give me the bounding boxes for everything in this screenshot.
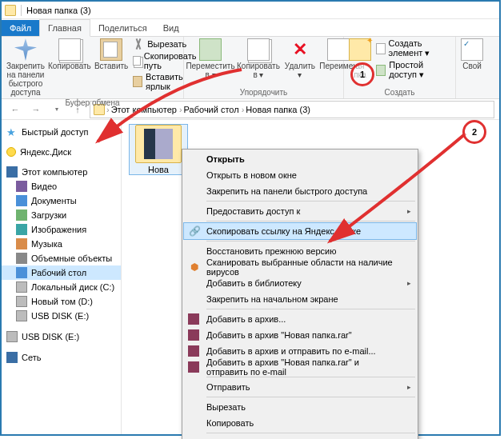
context-menu-item[interactable]: Восстановить прежнюю версию xyxy=(184,243,416,259)
sidebar-item-usb-e2[interactable]: USB DISK (E:) xyxy=(2,329,121,344)
sidebar-network[interactable]: Сеть xyxy=(2,350,121,365)
pc-icon xyxy=(6,166,18,178)
context-menu-item[interactable]: Копировать xyxy=(184,415,416,431)
label: Яндекс.Диск xyxy=(20,147,71,157)
tab-home[interactable]: Главная xyxy=(39,19,90,37)
context-menu-item[interactable]: Вырезать xyxy=(184,399,416,415)
folder-icon xyxy=(5,5,16,16)
cut-label: Вырезать xyxy=(147,39,186,49)
context-menu-item[interactable]: Добавить в архив... xyxy=(184,311,416,327)
cut-icon xyxy=(133,38,144,50)
context-menu-item[interactable]: Создать ярлык xyxy=(184,435,416,439)
rar-icon xyxy=(188,313,199,325)
context-separator xyxy=(206,377,415,377)
breadcrumb[interactable]: Рабочий стол› xyxy=(184,105,245,114)
sidebar-item-desktop[interactable]: Рабочий стол xyxy=(2,265,121,280)
separator xyxy=(21,5,22,16)
context-menu-label: Скопировать ссылку на Яндекс.Диске xyxy=(206,226,361,236)
titlebar: Новая папка (3) xyxy=(2,2,499,19)
label: USB DISK (E:) xyxy=(22,332,79,341)
paste-button[interactable]: Вставить xyxy=(94,38,128,70)
context-menu-item[interactable]: Добавить в архив "Новая папка.rar" и отп… xyxy=(184,359,416,375)
tab-view[interactable]: Вид xyxy=(155,20,187,36)
newfolder-button[interactable]: ая пка xyxy=(349,38,371,79)
pin-icon xyxy=(14,38,37,61)
folder-item[interactable]: Нова xyxy=(130,125,187,174)
context-menu-item[interactable]: Отправить xyxy=(184,379,416,395)
crumb-label: Рабочий стол xyxy=(184,105,239,114)
3d-icon xyxy=(16,253,27,264)
tab-share[interactable]: Поделиться xyxy=(90,20,155,36)
delete-label: Удалить ▾ xyxy=(285,62,315,79)
tab-file[interactable]: Файл xyxy=(2,20,39,36)
rar-icon xyxy=(188,329,199,341)
context-menu-item[interactable]: 🔗Скопировать ссылку на Яндекс.Диске xyxy=(184,223,416,239)
context-menu-item[interactable]: Предоставить доступ к xyxy=(184,203,416,219)
downloads-icon xyxy=(16,210,27,221)
sidebar-item-drive-d[interactable]: Новый том (D:) xyxy=(2,294,121,309)
context-menu-item[interactable]: Открыть xyxy=(184,151,416,167)
label: Новый том (D:) xyxy=(31,297,93,306)
sidebar-item-drive-c[interactable]: Локальный диск (C:) xyxy=(2,280,121,294)
copy-button[interactable]: Копировать xyxy=(50,38,90,70)
newfolder-icon xyxy=(349,38,371,61)
label: Документы xyxy=(31,196,77,206)
context-menu-label: Восстановить прежнюю версию xyxy=(206,246,336,256)
moveto-label: Переместить в ▾ xyxy=(186,62,234,79)
link-icon: 🔗 xyxy=(188,225,201,237)
sidebar-yadisk[interactable]: Яндекс.Диск xyxy=(2,146,121,158)
label: Быстрый доступ xyxy=(22,127,89,137)
context-menu-item[interactable]: Добавить в архив и отправить по e-mail..… xyxy=(184,343,416,359)
context-menu-item[interactable]: Добавить в архив "Новая папка.rar" xyxy=(184,327,416,343)
sidebar-item-3d[interactable]: Объемные объекты xyxy=(2,251,121,265)
breadcrumb[interactable]: Новая папка (3) xyxy=(246,105,310,114)
context-menu-item[interactable]: Закрепить на панели быстрого доступа xyxy=(184,183,416,199)
sidebar-thispc[interactable]: Этот компьютер xyxy=(2,165,121,179)
context-menu-label: Отправить xyxy=(206,382,250,392)
context-menu-label: Добавить в архив "Новая папка.rar" и отп… xyxy=(206,357,402,377)
newitem-label: Создать элемент ▾ xyxy=(389,38,450,58)
pin-label: Закрепить на панели быстрого доступа xyxy=(6,62,45,97)
delete-button[interactable]: ✕Удалить ▾ xyxy=(285,38,315,79)
copyto-button[interactable]: Копировать в ▾ xyxy=(237,38,280,79)
shield-icon: ⬢ xyxy=(188,261,201,273)
label: Загрузки xyxy=(31,210,66,220)
newfolder-label: ая пка xyxy=(349,62,371,79)
context-menu-label: Вырезать xyxy=(206,402,246,412)
pin-quickaccess-button[interactable]: Закрепить на панели быстрого доступа xyxy=(6,38,45,97)
context-menu-item[interactable]: Добавить в библиотеку xyxy=(184,275,416,291)
context-menu-item[interactable]: Открыть в новом окне xyxy=(184,167,416,183)
properties-label: Свой xyxy=(462,62,482,70)
moveto-button[interactable]: Переместить в ▾ xyxy=(189,38,232,79)
yadisk-icon xyxy=(6,147,16,157)
label: Видео xyxy=(31,182,57,191)
label: Изображения xyxy=(31,225,86,234)
sidebar-item-video[interactable]: Видео xyxy=(2,179,121,194)
properties-button[interactable]: Свой xyxy=(461,38,483,70)
easyaccess-button[interactable]: Простой доступ ▾ xyxy=(376,60,450,80)
usb-icon xyxy=(6,331,18,342)
newitem-button[interactable]: Создать элемент ▾ xyxy=(376,38,450,58)
sidebar-item-documents[interactable]: Документы xyxy=(2,194,121,208)
music-icon xyxy=(16,238,27,249)
sidebar-item-music[interactable]: Музыка xyxy=(2,237,121,251)
pastelink-icon xyxy=(133,76,142,87)
context-menu-item[interactable]: Закрепить на начальном экране xyxy=(184,291,416,307)
label: Объемные объекты xyxy=(31,253,112,263)
context-menu-label: Добавить в архив... xyxy=(206,314,286,324)
sidebar-item-usb-e[interactable]: USB DISK (E:) xyxy=(2,309,121,323)
sidebar-item-images[interactable]: Изображения xyxy=(2,222,121,237)
sidebar-item-downloads[interactable]: Загрузки xyxy=(2,208,121,222)
context-separator xyxy=(206,433,415,433)
sidebar-quickaccess[interactable]: ★Быстрый доступ xyxy=(2,125,121,139)
window-title: Новая папка (3) xyxy=(26,6,91,15)
context-separator xyxy=(206,241,415,241)
newitem-icon xyxy=(376,43,386,54)
desktop-icon xyxy=(16,267,27,278)
label: Локальный диск (C:) xyxy=(31,282,114,292)
context-menu-item[interactable]: ⬢Сканировать выбранные области на наличи… xyxy=(184,259,416,275)
copy-icon xyxy=(58,38,81,61)
label: Рабочий стол xyxy=(31,268,86,277)
context-menu-label: Закрепить на начальном экране xyxy=(206,294,338,304)
context-menu: ОткрытьОткрыть в новом окнеЗакрепить на … xyxy=(182,149,418,439)
